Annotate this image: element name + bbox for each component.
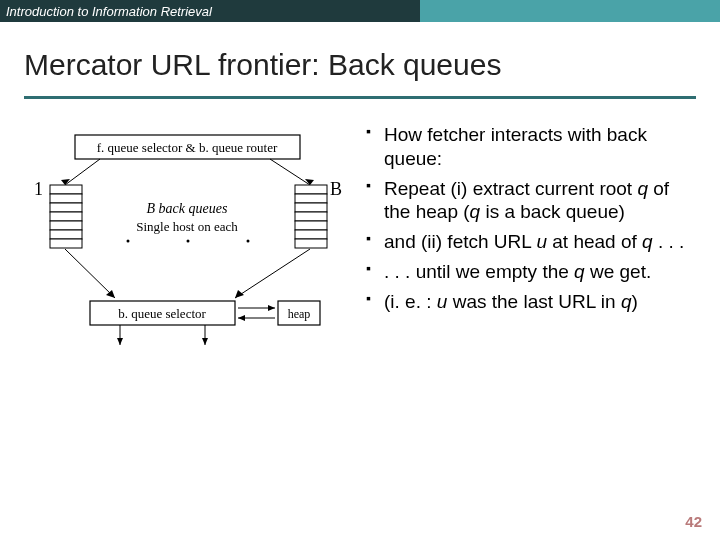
slide-title: Mercator URL frontier: Back queues: [24, 48, 696, 82]
svg-rect-6: [50, 194, 82, 203]
right-queue-icon: [295, 185, 327, 248]
svg-marker-29: [268, 305, 275, 311]
page-number: 42: [685, 513, 702, 530]
header-bar: Introduction to Information Retrieval: [0, 0, 720, 22]
svg-rect-16: [295, 221, 327, 230]
svg-rect-14: [295, 203, 327, 212]
svg-rect-17: [295, 230, 327, 239]
svg-marker-4: [305, 179, 314, 185]
diagram-mid2: Single host on each: [136, 219, 238, 234]
diagram-left-label: 1: [34, 179, 43, 199]
bullet-5: (i. e. : u was the last URL in q): [366, 290, 700, 314]
svg-line-3: [270, 159, 310, 185]
svg-marker-25: [235, 290, 244, 298]
svg-marker-35: [202, 338, 208, 345]
title-area: Mercator URL frontier: Back queues: [0, 22, 720, 90]
bullet-1: How fetcher interacts with back queue:: [366, 123, 700, 171]
diagram-top-box: f. queue selector & b. queue router: [97, 140, 278, 155]
svg-rect-7: [50, 203, 82, 212]
diagram-bottom-box: b. queue selector: [118, 306, 206, 321]
diagram: f. queue selector & b. queue router 1 B: [20, 123, 350, 407]
diagram-right-label: B: [330, 179, 342, 199]
svg-line-1: [65, 159, 100, 185]
svg-rect-18: [295, 239, 327, 248]
svg-line-22: [65, 249, 115, 298]
svg-point-19: [127, 240, 130, 243]
diagram-mid1: B back queues: [147, 201, 228, 216]
svg-rect-11: [50, 239, 82, 248]
svg-rect-9: [50, 221, 82, 230]
svg-rect-8: [50, 212, 82, 221]
svg-rect-5: [50, 185, 82, 194]
bullet-4: . . . until we empty the q we get.: [366, 260, 700, 284]
diagram-heap-box: heap: [288, 307, 311, 321]
svg-point-21: [247, 240, 250, 243]
bullet-3: and (ii) fetch URL u at head of q . . .: [366, 230, 700, 254]
content-area: f. queue selector & b. queue router 1 B: [0, 99, 720, 407]
svg-rect-10: [50, 230, 82, 239]
svg-marker-31: [238, 315, 245, 321]
svg-rect-15: [295, 212, 327, 221]
header-right: [420, 0, 720, 22]
svg-rect-12: [295, 185, 327, 194]
bullet-2: Repeat (i) extract current root q of the…: [366, 177, 700, 225]
svg-line-24: [235, 249, 310, 298]
svg-rect-13: [295, 194, 327, 203]
course-title: Introduction to Information Retrieval: [6, 4, 212, 19]
svg-point-20: [187, 240, 190, 243]
header-left: Introduction to Information Retrieval: [0, 0, 420, 22]
left-queue-icon: [50, 185, 82, 248]
svg-marker-33: [117, 338, 123, 345]
bullet-list: How fetcher interacts with back queue: R…: [366, 123, 700, 407]
